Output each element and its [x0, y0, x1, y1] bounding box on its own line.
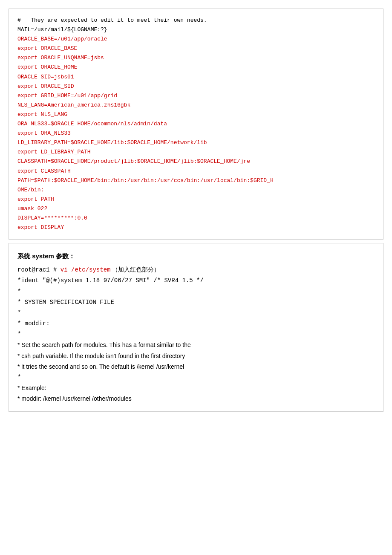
code-line: umask 022: [17, 204, 375, 214]
code-line: PATH=$PATH:$ORACLE_HOME/bin:/bin:/usr/bi…: [17, 176, 375, 185]
code-line: ORACLE_BASE=/u01/app/oracle: [17, 35, 375, 44]
code-line: NLS_LANG=American_america.zhs16gbk: [17, 101, 375, 110]
system-params-block: 系统 system 参数： root@rac1 # vi /etc/system…: [9, 243, 383, 411]
code-line: LD_LIBRARY_PATH=$ORACLE_HOME/lib:$ORACLE…: [17, 138, 375, 147]
system-line: * SYSTEM SPECIFICATION FILE: [17, 297, 375, 308]
code-line: # They are expected to edit it to meet t…: [17, 16, 375, 25]
system-line: * moddir:: [17, 318, 375, 329]
system-line: *: [17, 372, 375, 383]
system-line: *: [17, 286, 375, 297]
code-line: export ORA_NLS33: [17, 129, 375, 138]
code-line: OME/bin:: [17, 185, 375, 195]
code-line: export PATH: [17, 195, 375, 204]
system-line: * it tries the second and so on. The def…: [17, 361, 375, 372]
code-line: MAIL=/usr/mail/${LOGNAME:?}: [17, 25, 375, 35]
code-line: ORA_NLS33=$ORACLE_HOME/ocommon/nls/admin…: [17, 119, 375, 129]
code-line: CLASSPATH=$ORACLE_HOME/product/jlib:$ORA…: [17, 157, 375, 166]
code-line: DISPLAY=*********:0.0: [17, 214, 375, 223]
system-params-title: 系统 system 参数：: [17, 250, 375, 262]
code-line: ORACLE_SID=jsbs01: [17, 72, 375, 82]
shell-config-block: # They are expected to edit it to meet t…: [9, 9, 383, 240]
system-line: * csh path variable. If the module isn't…: [17, 351, 375, 361]
code-line: export ORACLE_UNQNAME=jsbs: [17, 53, 375, 63]
code-line: export CLASSPATH: [17, 167, 375, 176]
system-line: * Set the search path for modules. This …: [17, 340, 375, 350]
shell-config-lines: # They are expected to edit it to meet t…: [17, 16, 375, 232]
system-params-lines: root@rac1 # vi /etc/system （加入红色部分）*iden…: [17, 264, 375, 404]
system-line: root@rac1 # vi /etc/system （加入红色部分）: [17, 264, 375, 275]
code-line: export GRID_HOME=/u01/app/grid: [17, 91, 375, 101]
code-line: export ORACLE_HOME: [17, 63, 375, 72]
code-line: export ORACLE_BASE: [17, 44, 375, 53]
code-line: export ORACLE_SID: [17, 82, 375, 91]
system-line: *: [17, 329, 375, 340]
code-line: export DISPLAY: [17, 223, 375, 232]
system-line: * moddir: /kernel /usr/kernel /other/mod…: [17, 393, 375, 404]
code-line: export LD_LIBRARY_PATH: [17, 147, 375, 157]
system-line: *ident "@(#)system 1.18 97/06/27 SMI" /*…: [17, 275, 375, 286]
system-line: *: [17, 308, 375, 318]
code-line: export NLS_LANG: [17, 110, 375, 119]
system-line: * Example:: [17, 383, 375, 393]
